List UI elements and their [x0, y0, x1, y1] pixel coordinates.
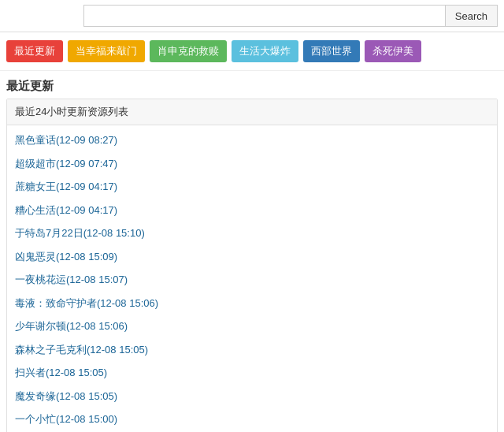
update-link-4[interactable]: 于特岛7月22日(12-08 15:10): [15, 227, 145, 239]
updates-list: 黑色童话(12-09 08:27)超级超市(12-09 07:47)蔗糖女王(1…: [7, 125, 497, 432]
search-input[interactable]: [83, 5, 446, 27]
update-link-7[interactable]: 毒液：致命守护者(12-08 15:06): [15, 297, 158, 309]
update-link-0[interactable]: 黑色童话(12-09 08:27): [15, 134, 117, 146]
nav-tab-0[interactable]: 最近更新: [6, 40, 63, 62]
list-item: 毒液：致命守护者(12-08 15:06): [7, 292, 497, 315]
list-item: 凶鬼恶灵(12-08 15:09): [7, 245, 497, 269]
updates-box: 最近24小时更新资源列表 黑色童话(12-09 08:27)超级超市(12-09…: [6, 99, 498, 432]
nav-tab-4[interactable]: 西部世界: [303, 40, 360, 62]
list-item: 一夜桃花运(12-08 15:07): [7, 268, 497, 292]
list-item: 黑色童话(12-09 08:27): [7, 128, 497, 152]
update-link-9[interactable]: 森林之子毛克利(12-08 15:05): [15, 344, 148, 356]
nav-tab-3[interactable]: 生活大爆炸: [232, 40, 298, 62]
update-link-2[interactable]: 蔗糖女王(12-09 04:17): [15, 181, 117, 192]
update-link-5[interactable]: 凶鬼恶灵(12-08 15:09): [15, 251, 117, 263]
updates-box-header: 最近24小时更新资源列表: [7, 99, 497, 125]
search-button[interactable]: Search: [446, 5, 498, 27]
update-link-1[interactable]: 超级超市(12-09 07:47): [15, 158, 117, 169]
list-item: 魔发奇缘(12-08 15:05): [7, 385, 497, 408]
list-item: 森林之子毛克利(12-08 15:05): [7, 338, 497, 362]
list-item: 超级超市(12-09 07:47): [7, 152, 497, 176]
update-link-3[interactable]: 糟心生活(12-09 04:17): [15, 204, 117, 216]
list-item: 蔗糖女王(12-09 04:17): [7, 175, 497, 199]
list-item: 少年谢尔顿(12-08 15:06): [7, 315, 497, 338]
nav-tabs: 最近更新当幸福来敲门肖申克的救赎生活大爆炸西部世界杀死伊美: [0, 32, 504, 71]
list-item: 扫兴者(12-08 15:05): [7, 361, 497, 385]
list-item: 糟心生活(12-09 04:17): [7, 199, 497, 222]
update-link-11[interactable]: 魔发奇缘(12-08 15:05): [15, 390, 117, 402]
nav-tab-5[interactable]: 杀死伊美: [365, 40, 421, 62]
section-title: 最近更新: [0, 71, 504, 99]
update-link-10[interactable]: 扫兴者(12-08 15:05): [15, 367, 107, 378]
search-bar: Search: [0, 0, 504, 32]
list-item: 一个小忙(12-08 15:00): [7, 408, 497, 431]
update-link-8[interactable]: 少年谢尔顿(12-08 15:06): [15, 320, 128, 332]
list-item: 于特岛7月22日(12-08 15:10): [7, 222, 497, 245]
update-link-6[interactable]: 一夜桃花运(12-08 15:07): [15, 274, 128, 285]
update-link-12[interactable]: 一个小忙(12-08 15:00): [15, 413, 117, 425]
nav-tab-1[interactable]: 当幸福来敲门: [68, 40, 145, 62]
nav-tab-2[interactable]: 肖申克的救赎: [150, 40, 227, 62]
